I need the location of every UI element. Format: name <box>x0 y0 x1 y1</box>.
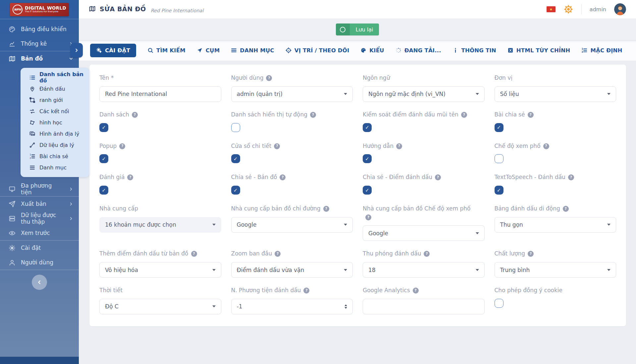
add-marker-from-map-select[interactable]: Vô hiệu hóa <box>99 262 221 278</box>
tab-settings[interactable]: CÀI ĐẶT <box>90 44 136 57</box>
field-mobile-marker-panel: Bảng đánh dấu di động? Thu gọn <box>495 205 616 241</box>
popup-checkbox[interactable]: ✓ <box>99 154 108 163</box>
shared-posts-checkbox[interactable]: ✓ <box>495 123 504 132</box>
submenu-item-map-list[interactable]: Danh sách bản đồ <box>21 72 89 83</box>
tab-loading[interactable]: ĐANG TẢI... <box>396 47 441 54</box>
name-input[interactable]: Red Pine International <box>99 86 221 102</box>
submenu-item-geometry[interactable]: hình học <box>21 117 89 128</box>
field-streetview-provider: Nhà cung cấp bản đồ Chế độ xem phố? Goog… <box>363 205 485 241</box>
help-icon[interactable]: ? <box>275 251 281 257</box>
sidebar-expand-tab[interactable] <box>70 43 83 58</box>
directions-checkbox[interactable]: ✓ <box>363 154 372 163</box>
submenu-item-geo-images[interactable]: Hình ảnh địa lý <box>21 128 89 139</box>
weather-select[interactable]: Độ C <box>99 299 221 314</box>
streetview-provider-select[interactable]: Google <box>363 225 485 241</box>
marker-media-count-input[interactable]: -1 <box>231 299 353 314</box>
tab-cluster[interactable]: CỤM <box>197 47 220 54</box>
help-icon[interactable]: ? <box>563 206 569 212</box>
help-icon[interactable]: ? <box>365 214 371 220</box>
listing-checkbox[interactable]: ✓ <box>99 123 108 132</box>
avatar[interactable] <box>614 3 626 15</box>
submenu-item-connections[interactable]: Các kết nối <box>21 106 89 117</box>
tab-location-tracking[interactable]: VỊ TRÍ / THEO DÕI <box>286 47 349 54</box>
help-icon[interactable]: ? <box>435 174 441 180</box>
field-provider: Nhà cung cấp 16 khoản mục được chọn <box>99 205 221 241</box>
help-icon[interactable]: ? <box>461 112 467 118</box>
brand-logo[interactable]: NPH DIGITAL WORLD The IT Solutions For E… <box>10 3 69 16</box>
tts-marker-checkbox[interactable]: ✓ <box>495 186 504 195</box>
share-marker-checkbox[interactable]: ✓ <box>363 186 372 195</box>
caret-down-icon <box>344 269 347 271</box>
tab-style[interactable]: KIỂU <box>360 47 384 54</box>
help-icon[interactable]: ? <box>543 143 549 149</box>
submenu-item-label: Bài chia sẻ <box>39 153 68 159</box>
help-icon[interactable]: ? <box>568 174 574 180</box>
sidebar-item-media[interactable]: Đa phương tiện <box>0 182 79 196</box>
help-icon[interactable]: ? <box>191 251 197 257</box>
tab-info[interactable]: THÔNG TIN <box>452 47 496 54</box>
numbered-list-icon: 12 <box>581 47 587 53</box>
submenu-item-markers[interactable]: Đánh dấu <box>21 83 89 94</box>
submenu-item-posts[interactable]: 12 Bài chia sẻ <box>21 151 89 162</box>
google-analytics-input[interactable] <box>363 299 485 314</box>
sidebar-collapse-button[interactable] <box>32 275 47 290</box>
provider-multiselect[interactable]: 16 khoản mục được chọn <box>99 217 221 233</box>
help-icon[interactable]: ? <box>266 75 272 81</box>
chevron-right-icon <box>74 48 79 53</box>
help-icon[interactable]: ? <box>303 288 309 294</box>
help-icon[interactable]: ? <box>280 174 286 180</box>
sidebar-item-collected-data[interactable]: Dữ liệu được thu thập <box>0 211 79 226</box>
sidebar-item-maps[interactable]: Bản đồ <box>0 51 79 66</box>
sidebar-item-settings[interactable]: Cài đặt <box>0 241 79 255</box>
directions-provider-select[interactable]: Google <box>231 217 353 233</box>
submenu-item-boundaries[interactable]: ranh giới <box>21 94 89 106</box>
page-subtitle: Red Pine International <box>151 8 204 13</box>
user-select[interactable]: admin (quản trị) <box>231 86 353 102</box>
sidebar-item-statistics[interactable]: Thống kê <box>0 36 79 51</box>
cookie-consent-checkbox[interactable] <box>495 299 504 308</box>
language-select[interactable]: Ngôn ngữ mặc định (vi_VN) <box>363 86 485 102</box>
submenu-item-label: Hình ảnh địa lý <box>39 131 79 137</box>
help-icon[interactable]: ? <box>274 143 280 149</box>
help-icon[interactable]: ? <box>528 251 534 257</box>
sidebar-item-users[interactable]: Người dùng <box>0 255 79 270</box>
rating-checkbox[interactable]: ✓ <box>99 186 108 195</box>
auto-display-list-checkbox[interactable] <box>231 123 240 132</box>
help-icon[interactable]: ? <box>132 112 138 118</box>
tab-categories[interactable]: DANH MỤC <box>231 47 274 54</box>
language-flag-vietnam[interactable]: ★ <box>547 6 556 12</box>
share-map-checkbox[interactable]: ✓ <box>231 186 240 195</box>
mobile-marker-panel-select[interactable]: Thu gọn <box>495 217 616 233</box>
marker-zoom-select[interactable]: 18 <box>363 262 485 278</box>
save-button[interactable]: Lưu lại <box>336 23 379 35</box>
marker-arrow-control-checkbox[interactable]: ✓ <box>363 123 372 132</box>
detail-window-checkbox[interactable]: ✓ <box>231 154 240 163</box>
submenu-item-categories[interactable]: Danh mục <box>21 162 89 173</box>
field-label: Thời tiết <box>99 287 123 294</box>
tab-search[interactable]: TÌM KIẾM <box>147 47 186 54</box>
submenu-item-label: Danh mục <box>39 164 67 171</box>
street-view-checkbox[interactable] <box>495 154 504 163</box>
help-icon[interactable]: ? <box>396 143 402 149</box>
sidebar-item-dashboard[interactable]: Bảng điều khiển <box>0 22 79 36</box>
quality-select[interactable]: Trung bình <box>495 262 616 278</box>
sidebar-item-preview[interactable]: Xem trước <box>0 226 79 240</box>
caret-down-icon <box>476 93 479 95</box>
help-icon[interactable]: ? <box>528 112 534 118</box>
star-icon: ★ <box>549 7 553 12</box>
theme-sun-icon[interactable] <box>563 4 573 14</box>
help-icon[interactable]: ? <box>323 206 329 212</box>
eye-icon <box>9 230 16 237</box>
stepper-arrows-icon[interactable] <box>344 304 347 309</box>
unit-select[interactable]: Số liệu <box>495 86 616 102</box>
help-icon[interactable]: ? <box>310 112 316 118</box>
help-icon[interactable]: ? <box>424 251 430 257</box>
submenu-item-geo-data[interactable]: Dữ liệu địa lý <box>21 139 89 151</box>
sidebar-item-publish[interactable]: Xuất bản <box>0 197 79 211</box>
help-icon[interactable]: ? <box>413 288 419 294</box>
help-icon[interactable]: ? <box>119 143 125 149</box>
initial-zoom-select[interactable]: Điểm đánh dấu vừa vặn <box>231 262 353 278</box>
tab-default[interactable]: 12 MẶC ĐỊNH <box>581 47 622 54</box>
tab-custom-html[interactable]: HTML TÙY CHỈNH <box>507 47 570 54</box>
help-icon[interactable]: ? <box>127 174 133 180</box>
